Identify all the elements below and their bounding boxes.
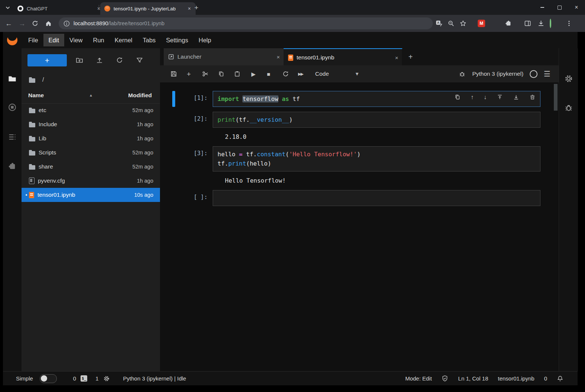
- cell-collapser[interactable]: [172, 112, 175, 128]
- cut-cells-icon[interactable]: [202, 71, 209, 78]
- debugger-bug-icon[interactable]: [564, 103, 573, 112]
- insert-cell-icon[interactable]: +: [187, 71, 191, 78]
- column-header-modified[interactable]: Modified: [128, 92, 152, 99]
- tab-launcher[interactable]: Launcher ×: [164, 48, 284, 65]
- download-icon[interactable]: [537, 20, 545, 27]
- menu-edit[interactable]: Edit: [43, 34, 64, 46]
- cell-collapser[interactable]: [172, 91, 175, 107]
- save-icon[interactable]: [170, 71, 177, 77]
- zoom-icon[interactable]: [448, 20, 454, 27]
- translate-icon[interactable]: A: [435, 20, 442, 27]
- move-cell-down-icon[interactable]: ↓: [484, 94, 487, 100]
- simple-mode-toggle[interactable]: [40, 374, 57, 383]
- cell-collapser[interactable]: [172, 146, 175, 172]
- tab-close-icon[interactable]: ×: [395, 55, 398, 61]
- debugger-icon[interactable]: [458, 70, 466, 78]
- add-tab-button[interactable]: +: [405, 51, 416, 62]
- home-button[interactable]: [45, 20, 52, 27]
- bookmark-star-icon[interactable]: [460, 20, 467, 27]
- toolbar-menu-icon[interactable]: ☰: [544, 69, 550, 78]
- browser-menu-dots-icon[interactable]: [566, 20, 572, 27]
- insert-cell-below-icon[interactable]: [513, 94, 519, 100]
- side-panel-icon[interactable]: [524, 20, 531, 27]
- breadcrumb-root[interactable]: /: [42, 76, 44, 83]
- file-browser-panel: + / Name ▲ Modified etc52m agoInc: [22, 48, 160, 371]
- refresh-button[interactable]: [32, 20, 39, 27]
- terminal-count[interactable]: 0: [73, 375, 76, 382]
- notebook-cell-4[interactable]: [ ]:: [172, 190, 540, 206]
- scrollbar-thumb[interactable]: [554, 84, 558, 111]
- menu-help[interactable]: Help: [193, 34, 216, 46]
- maximize-button[interactable]: [551, 0, 568, 15]
- restart-run-all-icon[interactable]: ▶▶: [298, 72, 303, 76]
- file-row-pyvenv.cfg[interactable]: pyvenv.cfg1h ago: [22, 174, 160, 188]
- kernel-count[interactable]: 1: [95, 375, 98, 382]
- cell-type-dropdown[interactable]: Code ▾: [315, 68, 367, 79]
- profile-avatar[interactable]: [550, 20, 551, 27]
- upload-icon[interactable]: [96, 56, 103, 64]
- insert-cell-above-icon[interactable]: [497, 94, 503, 100]
- copy-cells-icon[interactable]: [218, 71, 225, 77]
- kernel-status-icon[interactable]: [530, 70, 537, 78]
- new-launcher-button[interactable]: +: [27, 54, 67, 66]
- bell-icon[interactable]: [557, 375, 563, 382]
- move-cell-up-icon[interactable]: ↑: [471, 94, 474, 100]
- forward-button[interactable]: →: [19, 20, 26, 27]
- interrupt-kernel-icon[interactable]: ■: [267, 71, 270, 77]
- back-button[interactable]: ←: [5, 20, 12, 27]
- address-bar[interactable]: localhost:8890/lab/tree/tensor01.ipynb: [59, 17, 433, 29]
- restart-kernel-icon[interactable]: [282, 71, 289, 78]
- extension-manager-icon[interactable]: [8, 162, 17, 171]
- file-browser-icon[interactable]: [8, 74, 17, 83]
- cell-editor[interactable]: [213, 190, 540, 206]
- tab-notebook[interactable]: tensor01.ipynb ×: [284, 48, 402, 66]
- dock-tab-bar: Launcher × tensor01.ipynb × +: [160, 48, 559, 65]
- running-sessions-icon[interactable]: [8, 103, 17, 112]
- site-info-icon[interactable]: [63, 20, 70, 27]
- tab-search-button[interactable]: [4, 4, 12, 12]
- browser-tab-chatgpt[interactable]: ChatGPT ×: [13, 2, 105, 15]
- file-row-share[interactable]: share52m ago: [22, 160, 160, 174]
- file-row-Scripts[interactable]: Scripts52m ago: [22, 146, 160, 160]
- cell-editor[interactable]: hello = tf.constant('Hello Tensorflow!')…: [213, 146, 540, 172]
- notebook-cell-2[interactable]: [2]:print(tf.__version__): [172, 112, 540, 128]
- notebook-cell-3[interactable]: [3]:hello = tf.constant('Hello Tensorflo…: [172, 146, 540, 172]
- close-button[interactable]: ×: [568, 0, 585, 15]
- browser-tab-jupyterlab[interactable]: tensor01.ipynb - JupyterLab ×: [100, 2, 196, 15]
- menu-run[interactable]: Run: [88, 34, 110, 46]
- file-row-Include[interactable]: Include1h ago: [22, 117, 160, 131]
- menu-file[interactable]: File: [23, 34, 43, 46]
- delete-cell-icon[interactable]: [529, 94, 536, 100]
- file-row-etc[interactable]: etc52m ago: [22, 103, 160, 117]
- file-modified: 1h ago: [137, 121, 153, 127]
- cell-collapser[interactable]: [172, 190, 175, 206]
- menu-settings[interactable]: Settings: [161, 34, 193, 46]
- file-row-Lib[interactable]: Lib1h ago: [22, 131, 160, 146]
- property-inspector-gear-icon[interactable]: [564, 74, 573, 83]
- cell-editor[interactable]: print(tf.__version__): [213, 112, 540, 128]
- sort-ascending-icon[interactable]: ▲: [89, 93, 93, 97]
- notification-count[interactable]: 0: [544, 375, 547, 382]
- new-folder-icon[interactable]: [76, 56, 83, 64]
- column-header-name[interactable]: Name: [28, 92, 44, 99]
- file-row-tensor01.ipynb[interactable]: ●tensor01.ipynb10s ago: [22, 188, 160, 202]
- menu-tabs[interactable]: Tabs: [137, 34, 161, 46]
- duplicate-cell-icon[interactable]: [454, 94, 461, 100]
- kernel-status-text[interactable]: Python 3 (ipykernel) | Idle: [123, 375, 186, 382]
- refresh-file-browser-icon[interactable]: [116, 56, 123, 64]
- run-cell-icon[interactable]: ▶: [251, 71, 256, 77]
- new-tab-button[interactable]: +: [192, 3, 201, 12]
- kernel-name[interactable]: Python 3 (ipykernel): [472, 71, 523, 77]
- table-of-contents-icon[interactable]: [8, 133, 17, 141]
- menu-kernel[interactable]: Kernel: [110, 34, 138, 46]
- cursor-position[interactable]: Ln 1, Col 18: [458, 375, 488, 382]
- extension-m-icon[interactable]: M: [478, 20, 485, 27]
- tab-close-icon[interactable]: ×: [277, 54, 280, 60]
- paste-cells-icon[interactable]: [234, 71, 241, 77]
- menu-view[interactable]: View: [64, 34, 88, 46]
- filter-files-icon[interactable]: [136, 56, 143, 64]
- breadcrumb[interactable]: /: [22, 74, 44, 85]
- minimize-button[interactable]: [534, 0, 551, 15]
- notebook-scrollbar[interactable]: [554, 84, 558, 370]
- extensions-puzzle-icon[interactable]: [505, 20, 512, 27]
